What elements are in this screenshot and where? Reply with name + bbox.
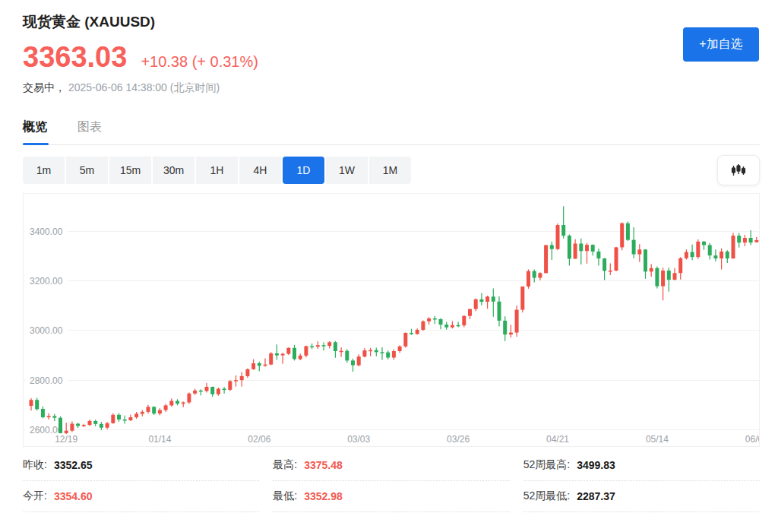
candle-04/01	[479, 299, 483, 302]
timeframe-15m[interactable]: 15m	[109, 157, 151, 184]
chart-container: 3400.003200.003000.002800.002600.0012/19…	[23, 193, 760, 447]
candle-02/27	[345, 351, 349, 361]
candle-01/24	[205, 387, 209, 391]
stat-high: 最高:3375.48	[273, 450, 509, 481]
stat-label: 今开:	[23, 489, 47, 503]
stat-prev-close: 昨收:3352.65	[23, 450, 259, 481]
stat-label: 最高:	[273, 458, 297, 472]
candle-03/10	[386, 353, 390, 358]
candle-02/12	[281, 354, 285, 356]
add-watchlist-button[interactable]: +加自选	[683, 27, 759, 62]
candle-04/02	[485, 296, 489, 302]
tab-chart[interactable]: 图表	[77, 119, 102, 144]
candle-12/23	[76, 424, 80, 426]
candle-12/16	[47, 416, 51, 417]
candle-02/07	[264, 365, 267, 366]
candle-03/31	[474, 299, 478, 309]
candle-03/25	[451, 325, 454, 328]
candle-05/02	[609, 271, 612, 272]
candle-01/29	[223, 389, 226, 391]
stat-value: 2287.37	[577, 490, 615, 502]
candle-03/19	[427, 318, 431, 321]
x-axis-label: 03/26	[447, 434, 470, 445]
candle-01/31	[234, 380, 238, 382]
candle-01/21	[187, 394, 191, 403]
chart-controls: 1m5m15m30m1H4H1D1W1M	[23, 155, 760, 185]
x-axis-label: 03/03	[347, 434, 370, 445]
page-title: 现货黄金 (XAUUSD)	[23, 12, 760, 32]
stat-value: 3354.60	[54, 490, 93, 502]
stat-open: 今开:3354.60	[23, 481, 259, 512]
timeframe-1m[interactable]: 1m	[23, 157, 65, 184]
y-axis-label: 3000.00	[30, 325, 63, 336]
y-axis-label: 3200.00	[30, 276, 63, 287]
x-axis-label: 05/14	[646, 434, 669, 445]
candle-12/27	[93, 421, 97, 424]
candle-01/27	[210, 387, 214, 394]
candle-03/13	[403, 333, 407, 347]
candle-05/13	[650, 268, 653, 272]
candle-01/23	[199, 391, 203, 392]
candle-06/04	[743, 238, 747, 242]
header: 现货黄金 (XAUUSD) 3363.03 +10.38 (+ 0.31%) 交…	[0, 0, 778, 95]
chart-style-button[interactable]	[717, 155, 760, 185]
candle-04/21	[556, 225, 560, 249]
candle-04/14	[533, 271, 536, 278]
tab-overview[interactable]: 概览	[23, 119, 47, 144]
candle-02/14	[293, 348, 296, 359]
candle-01/13	[152, 407, 156, 413]
candle-01/28	[217, 389, 220, 394]
timeframe-1w[interactable]: 1W	[326, 157, 368, 184]
candle-01/30	[228, 381, 232, 389]
candle-01/07	[128, 417, 132, 420]
candle-05/14	[655, 268, 659, 287]
candle-05/01	[602, 258, 606, 271]
candle-04/22	[561, 225, 565, 236]
candle-02/06	[258, 363, 261, 366]
candlestick-icon	[730, 162, 747, 179]
candlestick-chart[interactable]: 3400.003200.003000.002800.002600.0012/19…	[24, 194, 759, 446]
candle-01/16	[169, 401, 173, 406]
candle-04/23	[568, 236, 571, 258]
timeframe-1h[interactable]: 1H	[196, 157, 238, 184]
candle-12/13	[41, 409, 45, 417]
candle-05/30	[726, 252, 729, 258]
candle-04/09	[515, 310, 519, 333]
timeframe-1d[interactable]: 1D	[283, 157, 324, 184]
candle-05/08	[632, 240, 636, 255]
candle-02/17	[299, 356, 302, 359]
candle-01/15	[164, 405, 168, 410]
candle-02/05	[251, 363, 255, 369]
stat-label: 最低:	[273, 489, 297, 503]
x-axis-label: 06/06	[745, 434, 759, 445]
gridlines	[24, 232, 759, 430]
candle-02/26	[340, 351, 343, 353]
stat-label: 52周最低:	[523, 489, 570, 503]
candle-04/03	[492, 296, 495, 302]
candle-02/19	[310, 346, 314, 347]
timeframe-bar: 1m5m15m30m1H4H1D1W1M	[23, 157, 411, 184]
candle-12/30	[100, 424, 103, 428]
candle-06/05	[749, 238, 753, 242]
candle-04/10	[520, 287, 524, 310]
candle-04/17	[550, 245, 554, 249]
candle-02/18	[304, 346, 308, 355]
candle-12/24	[82, 425, 86, 426]
candle-03/14	[410, 333, 413, 334]
timeframe-30m[interactable]: 30m	[153, 157, 194, 184]
candle-02/28	[351, 360, 355, 365]
y-axis-label: 3400.00	[30, 226, 63, 237]
candle-03/04	[362, 350, 366, 356]
timeframe-5m[interactable]: 5m	[66, 157, 108, 184]
candle-01/20	[182, 402, 185, 404]
candle-04/07	[503, 321, 507, 334]
candle-05/07	[626, 223, 630, 240]
candle-12/26	[88, 421, 92, 425]
stat-label: 52周最高:	[523, 458, 570, 472]
candle-03/18	[421, 321, 425, 330]
x-axis-label: 04/21	[546, 434, 569, 445]
candle-03/20	[433, 318, 437, 320]
timeframe-4h[interactable]: 4H	[239, 157, 281, 184]
candle-12/11	[30, 400, 33, 406]
timeframe-1m[interactable]: 1M	[369, 157, 411, 184]
